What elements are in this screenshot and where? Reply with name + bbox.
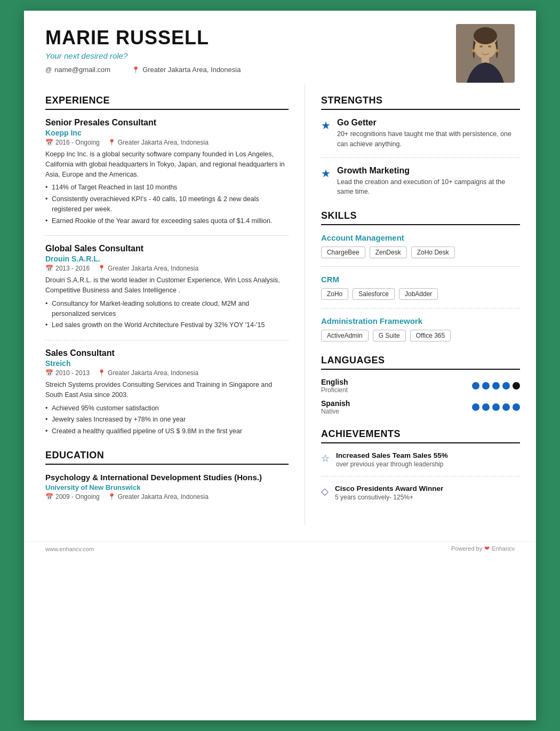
contact-row: @ name@gmail.com 📍 Greater Jakarta Area,… <box>45 66 515 74</box>
bullet-3-2: Jewelry sales Increased by +78% in one y… <box>45 415 289 425</box>
achievement-item-1: ☆ Increased Sales Team Sales 55% over pr… <box>321 451 520 468</box>
location-icon-3: 📍 <box>98 369 106 377</box>
language-item-1: English Proficient <box>321 378 520 394</box>
job-desc-3: Streich Systems provides Consulting Serv… <box>45 380 289 400</box>
footer: www.enhancv.com Powered by ❤ Enhancv <box>24 541 536 557</box>
job-title-1: Senior Presales Consultant <box>45 118 289 128</box>
skill-tag-1-3: ZoHo Desk <box>411 247 455 258</box>
language-name-2: Spanish <box>321 399 350 408</box>
job-bullets-1: 114% of Target Reached in last 10 months… <box>45 182 289 226</box>
skill-cat-3: Administration Framework <box>321 316 520 325</box>
job-item-2: Global Sales Consultant Drouin S.A.R.L. … <box>45 244 289 330</box>
calendar-icon-1: 📅 <box>45 139 53 146</box>
calendar-icon-2: 📅 <box>45 265 53 272</box>
achievement-icon-2: ◇ <box>321 486 329 497</box>
job-company-2: Drouin S.A.R.L. <box>45 255 289 263</box>
tagline: Your next desired role? <box>45 51 515 60</box>
achievement-item-2: ◇ Cisco Presidents Award Winner 5 years … <box>321 484 520 501</box>
achievement-title-2: Cisco Presidents Award Winner <box>335 484 443 492</box>
skill-cat-2: CRM <box>321 275 520 284</box>
strengths-section: STRENGTHS ★ Go Getter 20+ recognitions h… <box>321 95 520 197</box>
location-contact: 📍 Greater Jakarta Area, Indonesia <box>132 66 241 74</box>
location-icon-2: 📍 <box>98 265 106 272</box>
edu-degree-1: Psychology & International Development S… <box>45 473 289 482</box>
email-text: name@gmail.com <box>54 66 110 74</box>
skill-tag-2-1: ZoHo <box>321 288 348 300</box>
job-company-1: Koepp Inc <box>45 129 289 137</box>
bullet-3-1: Achieved 95% customer satisfaction <box>45 403 289 414</box>
strength-name-2: Growth Marketing <box>337 166 520 176</box>
footer-website: www.enhancv.com <box>45 546 94 552</box>
education-title: EDUCATION <box>45 450 289 465</box>
calendar-icon-edu: 📅 <box>45 493 53 500</box>
star-icon-2: ★ <box>321 167 331 197</box>
svg-point-7 <box>472 49 475 52</box>
achievements-title: ACHIEVEMENTS <box>321 428 520 443</box>
job-title-3: Sales Consultant <box>45 348 289 358</box>
left-column: EXPERIENCE Senior Presales Consultant Ko… <box>24 84 305 525</box>
skill-tag-3-2: G Suite <box>373 330 406 341</box>
languages-title: LANGUAGES <box>321 355 520 370</box>
strength-content-1: Go Getter 20+ recognitions have taught m… <box>337 118 520 149</box>
job-period-1: 📅 2016 - Ongoing <box>45 139 100 146</box>
location-icon-edu: 📍 <box>108 493 116 500</box>
location-text: Greater Jakarta Area, Indonesia <box>142 66 241 74</box>
language-dots-2 <box>472 403 520 411</box>
skills-section: SKILLS Account Management ChargeBee ZenD… <box>321 210 520 341</box>
job-item-1: Senior Presales Consultant Koepp Inc 📅 2… <box>45 118 289 226</box>
job-meta-2: 📅 2013 - 2016 📍 Greater Jakarta Area, In… <box>45 265 289 272</box>
skill-tags-2: ZoHo Salesforce JobAdder <box>321 288 520 300</box>
enhancv-heart-icon: ❤ <box>484 545 490 552</box>
profile-photo <box>456 24 515 83</box>
powered-by-text: Powered by <box>451 545 482 552</box>
skills-title: SKILLS <box>321 210 520 225</box>
dot-2-4 <box>502 403 510 411</box>
edu-school-1: University of New Brunswick <box>45 483 289 491</box>
experience-title: EXPERIENCE <box>45 95 289 110</box>
brand-name: Enhancv <box>492 545 515 552</box>
location-icon: 📍 <box>132 66 140 74</box>
strength-item-2: ★ Growth Marketing Lead the creation and… <box>321 166 520 197</box>
language-info-2: Spanish Native <box>321 399 350 415</box>
email-icon: @ <box>45 66 52 74</box>
name: MARIE RUSSELL <box>45 27 515 49</box>
edu-location-1: 📍 Greater Jakarta Area, Indonesia <box>108 493 209 500</box>
language-dots-1 <box>472 382 520 390</box>
dot-2-1 <box>472 403 479 411</box>
calendar-icon-3: 📅 <box>45 369 53 377</box>
dot-1-5 <box>513 382 520 390</box>
divider-2 <box>45 340 289 340</box>
skill-tags-3: ActiveAdmin G Suite Office 365 <box>321 330 520 341</box>
svg-point-5 <box>488 45 491 47</box>
achievement-desc-2: 5 years consutively- 125%+ <box>335 494 443 501</box>
dot-1-4 <box>502 382 510 390</box>
languages-section: LANGUAGES English Proficient <box>321 355 520 415</box>
edu-period-1: 📅 2009 - Ongoing <box>45 493 100 500</box>
job-title-2: Global Sales Consultant <box>45 244 289 253</box>
job-location-2: 📍 Greater Jakarta Area, Indonesia <box>98 265 198 272</box>
skill-divider-2 <box>321 308 520 308</box>
achievement-desc-1: over previous year through leadership <box>336 460 448 468</box>
header-section: MARIE RUSSELL Your next desired role? @ … <box>24 11 536 84</box>
bullet-1-1: 114% of Target Reached in last 10 months <box>45 182 289 193</box>
education-section: EDUCATION Psychology & International Dev… <box>45 450 289 500</box>
job-item-3: Sales Consultant Streich 📅 2010 - 2013 📍… <box>45 348 289 436</box>
language-info-1: English Proficient <box>321 378 348 394</box>
job-meta-1: 📅 2016 - Ongoing 📍 Greater Jakarta Area,… <box>45 139 289 146</box>
language-item-2: Spanish Native <box>321 399 520 415</box>
dot-1-2 <box>482 382 490 390</box>
bullet-1-2: Consistently overachieved KPI's - 40 cal… <box>45 194 289 214</box>
skill-tag-3-3: Office 365 <box>410 330 451 341</box>
bullet-1-3: Earned Rookie of the Year award for exce… <box>45 216 289 226</box>
job-location-3: 📍 Greater Jakarta Area, Indonesia <box>98 369 198 377</box>
skill-tag-1-2: ZenDesk <box>370 247 407 258</box>
dot-2-2 <box>482 403 490 411</box>
strength-desc-2: Lead the creation and execution of 10+ c… <box>337 177 520 197</box>
location-icon-1: 📍 <box>108 139 116 146</box>
job-desc-2: Drouin S.A.R.L. is the world leader in C… <box>45 275 289 296</box>
bullet-3-3: Created a healthy qualified pipeline of … <box>45 426 289 436</box>
star-icon-1: ★ <box>321 119 331 149</box>
skill-cat-1: Account Management <box>321 233 520 242</box>
achievement-content-1: Increased Sales Team Sales 55% over prev… <box>336 451 448 468</box>
svg-point-8 <box>495 49 499 52</box>
